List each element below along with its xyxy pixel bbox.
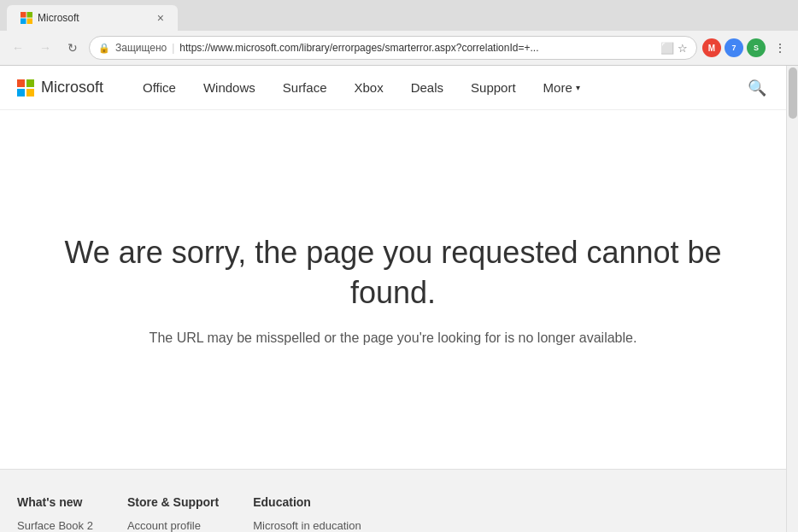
scrollbar-thumb[interactable] bbox=[789, 67, 797, 119]
ms-logo-text: Microsoft bbox=[41, 79, 103, 96]
ms-logo[interactable]: Microsoft bbox=[17, 79, 103, 96]
menu-button[interactable]: ⋮ bbox=[769, 37, 791, 59]
footer-link-surface-book[interactable]: Surface Book 2 bbox=[17, 519, 93, 532]
scrollbar[interactable] bbox=[786, 66, 798, 532]
back-button[interactable]: ← bbox=[7, 37, 29, 59]
gcal-extension-icon[interactable]: 7 bbox=[725, 38, 743, 57]
footer-link-account-profile[interactable]: Account profile bbox=[127, 519, 219, 532]
ext-icon[interactable]: S bbox=[747, 38, 766, 57]
refresh-button[interactable]: ↻ bbox=[62, 37, 84, 59]
browser-toolbar: ← → ↻ 🔒 Защищено | https://www.microsoft… bbox=[0, 31, 798, 65]
footer-col-store-support: Store & Support Account profile bbox=[127, 495, 219, 532]
error-subtitle: The URL may be misspelled or the page yo… bbox=[150, 330, 637, 346]
tab-title: Microsoft bbox=[38, 12, 152, 24]
forward-button[interactable]: → bbox=[34, 37, 56, 59]
address-bar[interactable]: 🔒 Защищено | https://www.microsoft.com/l… bbox=[89, 36, 697, 60]
footer-col-whats-new-heading: What's new bbox=[17, 495, 93, 509]
tab-bar: Microsoft × bbox=[0, 0, 798, 31]
more-chevron-icon: ▾ bbox=[576, 83, 580, 92]
secure-label: Защищено bbox=[115, 42, 167, 54]
ms-navigation: Microsoft Office Windows Surface Xbox De… bbox=[0, 66, 786, 110]
logo-blue bbox=[17, 89, 25, 96]
ms-logo-grid bbox=[17, 79, 34, 96]
footer-col-whats-new: What's new Surface Book 2 bbox=[17, 495, 93, 532]
footer-col-education-heading: Education bbox=[253, 495, 361, 509]
logo-yellow bbox=[26, 89, 34, 96]
footer-col-store-support-heading: Store & Support bbox=[127, 495, 219, 509]
cast-icon[interactable]: ⬜ bbox=[660, 42, 674, 55]
nav-item-windows[interactable]: Windows bbox=[190, 66, 269, 110]
search-button[interactable]: 🔍 bbox=[745, 76, 769, 100]
main-content: We are sorry, the page you requested can… bbox=[0, 110, 786, 469]
page-wrapper: Microsoft Office Windows Surface Xbox De… bbox=[0, 66, 798, 532]
svg-rect-1 bbox=[27, 12, 33, 18]
error-title: We are sorry, the page you requested can… bbox=[34, 233, 752, 313]
nav-item-support[interactable]: Support bbox=[457, 66, 530, 110]
footer-col-education: Education Microsoft in education bbox=[253, 495, 361, 532]
logo-red bbox=[17, 79, 25, 87]
nav-item-surface[interactable]: Surface bbox=[269, 66, 341, 110]
gmail-extension-icon[interactable]: M bbox=[702, 38, 721, 57]
content-area: Microsoft Office Windows Surface Xbox De… bbox=[0, 66, 786, 532]
footer-link-ms-in-education[interactable]: Microsoft in education bbox=[253, 519, 361, 532]
browser-chrome: Microsoft × ← → ↻ 🔒 Защищено | https://w… bbox=[0, 0, 798, 66]
address-text: https://www.microsoft.com/library/errorp… bbox=[179, 42, 655, 54]
lock-icon: 🔒 bbox=[98, 43, 110, 54]
bookmark-icon[interactable]: ☆ bbox=[678, 42, 688, 55]
footer-columns: What's new Surface Book 2 Store & Suppor… bbox=[17, 495, 769, 532]
logo-green bbox=[26, 79, 34, 87]
browser-tab[interactable]: Microsoft × bbox=[7, 5, 178, 31]
ms-footer: What's new Surface Book 2 Store & Suppor… bbox=[0, 469, 786, 532]
address-separator: | bbox=[172, 42, 174, 54]
nav-item-office[interactable]: Office bbox=[129, 66, 190, 110]
svg-rect-2 bbox=[21, 19, 26, 25]
ms-nav-items: Office Windows Surface Xbox Deals Suppor… bbox=[129, 66, 745, 110]
nav-item-xbox[interactable]: Xbox bbox=[340, 66, 396, 110]
tab-close-button[interactable]: × bbox=[157, 11, 164, 25]
nav-item-more[interactable]: More ▾ bbox=[530, 66, 594, 110]
toolbar-right-buttons: M 7 S ⋮ bbox=[702, 37, 791, 59]
nav-item-deals[interactable]: Deals bbox=[397, 66, 457, 110]
tab-favicon bbox=[21, 12, 32, 24]
address-icons: ⬜ ☆ bbox=[660, 42, 688, 55]
svg-rect-0 bbox=[21, 12, 26, 18]
search-icon: 🔍 bbox=[748, 79, 766, 97]
svg-rect-3 bbox=[27, 19, 33, 25]
